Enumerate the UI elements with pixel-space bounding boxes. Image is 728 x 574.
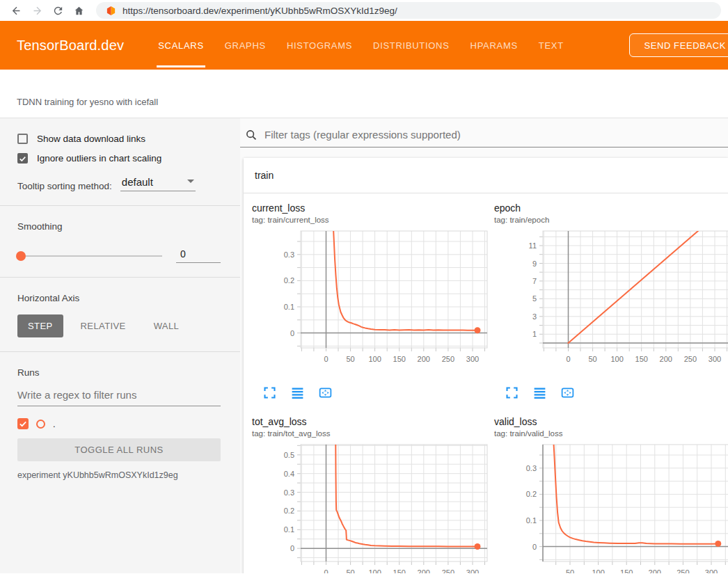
chart-plot[interactable]: 05010015020025030000.10.20.30.40.5 — [252, 442, 491, 573]
runs-label: Runs — [17, 367, 221, 378]
chart-actions — [504, 385, 728, 400]
refresh-button[interactable] — [49, 1, 67, 19]
smoothing-value-input[interactable]: 0 — [176, 248, 221, 263]
scalar-chart-card: current_loss tag: train/current_loss 050… — [244, 193, 486, 407]
tab-distributions[interactable]: DISTRIBUTIONS — [363, 21, 460, 70]
svg-text:0.2: 0.2 — [284, 276, 294, 285]
svg-text:0: 0 — [324, 355, 328, 363]
toggle-all-runs-button[interactable]: TOGGLE ALL RUNS — [17, 438, 221, 461]
run-checkbox[interactable] — [17, 418, 29, 429]
fullscreen-icon[interactable] — [262, 385, 277, 400]
address-bar[interactable]: https://tensorboard.dev/experiment/yKUbh… — [96, 2, 721, 19]
chart-plot[interactable]: 0501001502002503001357911 — [494, 228, 728, 381]
svg-text:150: 150 — [393, 355, 406, 363]
svg-text:3: 3 — [532, 312, 537, 321]
svg-text:100: 100 — [368, 568, 381, 573]
ignore-outliers-checkbox[interactable] — [17, 153, 28, 164]
svg-text:9: 9 — [532, 260, 537, 268]
svg-text:300: 300 — [466, 355, 479, 363]
home-button[interactable] — [70, 1, 88, 19]
svg-text:0.2: 0.2 — [526, 490, 537, 498]
axis-relative-button[interactable]: RELATIVE — [70, 314, 136, 337]
svg-text:50: 50 — [346, 355, 354, 363]
forward-arrow-icon — [31, 5, 43, 17]
chart-title: tot_avg_loss — [252, 416, 486, 427]
fit-domain-icon[interactable] — [560, 385, 575, 400]
scalar-chart-card: tot_avg_loss tag: train/tot_avg_loss 050… — [244, 407, 486, 573]
svg-text:7: 7 — [532, 277, 537, 285]
svg-text:250: 250 — [442, 355, 454, 363]
svg-text:300: 300 — [709, 355, 721, 363]
back-button[interactable] — [7, 1, 25, 19]
svg-text:0: 0 — [290, 329, 294, 337]
chevron-down-icon — [187, 180, 194, 183]
ignore-outliers-row[interactable]: Ignore outliers in chart scaling — [17, 153, 221, 164]
axis-wall-button[interactable]: WALL — [143, 314, 190, 337]
svg-text:100: 100 — [592, 568, 604, 573]
axis-step-button[interactable]: STEP — [17, 314, 63, 337]
main-panel: Filter tags (regular expressions support… — [240, 118, 728, 573]
app-logo: TensorBoard.dev — [17, 38, 124, 54]
settings-sidebar: Show data download links Ignore outliers… — [0, 118, 240, 573]
svg-text:250: 250 — [442, 568, 454, 573]
tooltip-sorting-select[interactable]: default — [120, 176, 196, 191]
browser-toolbar: https://tensorboard.dev/experiment/yKUbh… — [0, 0, 728, 21]
svg-text:0.3: 0.3 — [284, 250, 294, 259]
chart-tag: tag: train/valid_loss — [494, 429, 728, 438]
chart-title: epoch — [494, 202, 728, 214]
tab-text[interactable]: TEXT — [528, 21, 574, 70]
svg-text:0.1: 0.1 — [526, 516, 537, 525]
tag-group-header[interactable]: train — [244, 158, 728, 193]
smoothing-slider-thumb[interactable] — [16, 251, 26, 261]
scalar-chart-card: epoch tag: train/epoch 05010015020025030… — [486, 193, 728, 407]
chart-plot[interactable]: 5010015020025030000.10.20.3 — [494, 442, 728, 573]
show-download-links-row[interactable]: Show data download links — [17, 134, 221, 144]
run-name: . — [53, 419, 56, 429]
svg-text:300: 300 — [705, 568, 718, 573]
tab-graphs[interactable]: GRAPHS — [214, 21, 276, 70]
svg-text:200: 200 — [649, 568, 661, 573]
refresh-icon — [52, 5, 64, 17]
smoothing-label: Smoothing — [17, 221, 221, 232]
svg-text:0: 0 — [324, 568, 328, 573]
fullscreen-icon[interactable] — [504, 385, 519, 400]
check-icon — [19, 420, 27, 428]
back-arrow-icon — [10, 5, 22, 17]
experiment-title: TDNN training for yesno with icefall — [17, 97, 158, 107]
tooltip-sorting-value: default — [122, 176, 153, 188]
nav-tabs: SCALARS GRAPHS HISTOGRAMS DISTRIBUTIONS … — [148, 21, 574, 70]
svg-text:0.5: 0.5 — [284, 451, 294, 459]
svg-text:0.1: 0.1 — [284, 525, 294, 534]
svg-text:1: 1 — [532, 330, 537, 338]
run-row[interactable]: . — [17, 418, 221, 429]
scalar-chart-card: valid_loss tag: train/valid_loss 5010015… — [486, 407, 728, 573]
app-header: TensorBoard.dev SCALARS GRAPHS HISTOGRAM… — [0, 21, 728, 70]
send-feedback-button[interactable]: SEND FEEDBACK — [629, 33, 728, 57]
svg-text:50: 50 — [566, 568, 574, 573]
svg-text:100: 100 — [610, 355, 623, 363]
run-color-swatch — [36, 420, 45, 429]
data-lines-icon[interactable] — [532, 385, 547, 400]
tag-group-label: train — [255, 170, 274, 181]
ignore-outliers-label: Ignore outliers in chart scaling — [37, 153, 161, 164]
svg-text:300: 300 — [466, 568, 479, 573]
check-icon — [19, 154, 26, 163]
chart-plot[interactable]: 05010015020025030000.10.20.3 — [252, 228, 491, 381]
svg-text:200: 200 — [418, 355, 430, 363]
tab-hparams[interactable]: HPARAMS — [460, 21, 528, 70]
tab-histograms[interactable]: HISTOGRAMS — [276, 21, 363, 70]
svg-text:0: 0 — [532, 543, 537, 551]
data-lines-icon[interactable] — [290, 385, 305, 400]
tab-scalars[interactable]: SCALARS — [148, 21, 214, 70]
search-icon — [245, 129, 258, 141]
show-download-links-checkbox[interactable] — [17, 134, 28, 144]
url-text: https://tensorboard.dev/experiment/yKUbh… — [122, 6, 397, 16]
smoothing-slider[interactable] — [17, 255, 162, 257]
forward-button[interactable] — [28, 1, 46, 19]
tensorboard-favicon — [106, 6, 116, 16]
runs-filter-input[interactable]: Write a regex to filter runs — [17, 389, 221, 406]
svg-text:0.2: 0.2 — [284, 507, 294, 515]
filter-tags-input[interactable]: Filter tags (regular expressions support… — [240, 122, 728, 148]
fit-domain-icon[interactable] — [317, 385, 333, 400]
svg-text:250: 250 — [676, 568, 689, 573]
